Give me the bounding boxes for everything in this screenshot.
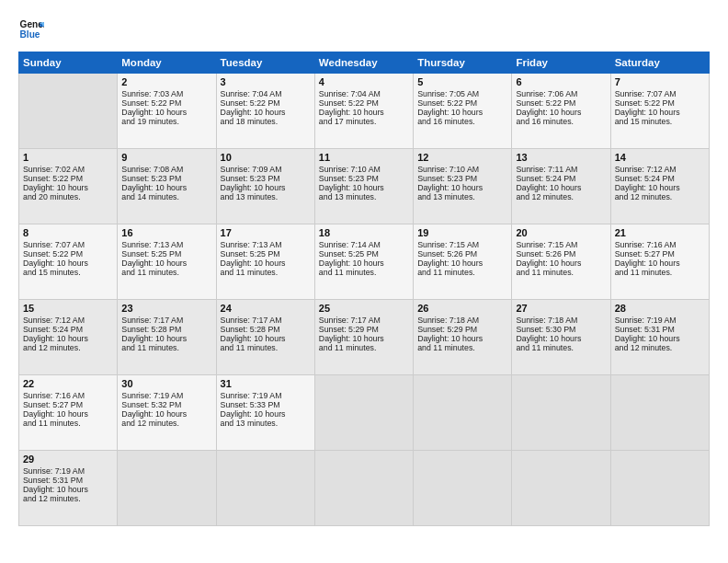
day-number: 7 [615, 76, 705, 87]
calendar-week-row: 15Sunrise: 7:12 AMSunset: 5:24 PMDayligh… [19, 300, 710, 375]
day-number: 26 [417, 303, 507, 314]
header-wednesday: Wednesday [314, 52, 413, 74]
cell-line: Sunrise: 7:14 AM [319, 240, 409, 249]
cell-line: and 11 minutes. [121, 343, 211, 352]
cell-line: Sunrise: 7:06 AM [516, 89, 606, 98]
calendar-cell: 12Sunrise: 7:10 AMSunset: 5:23 PMDayligh… [414, 149, 512, 224]
cell-line: Sunrise: 7:04 AM [319, 89, 409, 98]
cell-line: Sunrise: 7:17 AM [221, 316, 311, 325]
calendar-cell: 1Sunrise: 7:02 AMSunset: 5:22 PMDaylight… [19, 149, 118, 224]
calendar-cell: 16Sunrise: 7:13 AMSunset: 5:25 PMDayligh… [118, 224, 216, 300]
cell-line: and 13 minutes. [221, 192, 311, 201]
day-number: 6 [516, 76, 606, 87]
cell-line: Daylight: 10 hours [23, 485, 113, 494]
calendar-cell: 17Sunrise: 7:13 AMSunset: 5:25 PMDayligh… [216, 224, 314, 300]
cell-line: Sunrise: 7:19 AM [23, 466, 113, 476]
cell-line: and 12 minutes. [615, 192, 705, 201]
header-sunday: Sunday [19, 52, 118, 74]
calendar-header-row: SundayMondayTuesdayWednesdayThursdayFrid… [19, 52, 710, 74]
calendar-cell: 10Sunrise: 7:09 AMSunset: 5:23 PMDayligh… [216, 149, 314, 224]
day-number: 27 [516, 303, 606, 314]
day-number: 16 [121, 227, 211, 238]
cell-line: Daylight: 10 hours [23, 259, 113, 268]
calendar-cell: 18Sunrise: 7:14 AMSunset: 5:25 PMDayligh… [314, 224, 413, 300]
logo-icon: General Blue [18, 17, 44, 42]
header-thursday: Thursday [414, 52, 512, 74]
cell-line: Daylight: 10 hours [319, 259, 409, 268]
calendar-cell: 13Sunrise: 7:11 AMSunset: 5:24 PMDayligh… [512, 149, 610, 224]
cell-line: and 13 minutes. [417, 192, 507, 201]
day-number: 23 [121, 303, 211, 314]
day-number: 25 [319, 303, 409, 314]
calendar-cell: 2Sunrise: 7:03 AMSunset: 5:22 PMDaylight… [118, 74, 216, 149]
cell-line: Daylight: 10 hours [221, 334, 311, 343]
calendar-cell [314, 451, 413, 526]
calendar-cell: 23Sunrise: 7:17 AMSunset: 5:28 PMDayligh… [118, 300, 216, 375]
calendar-cell: 28Sunrise: 7:19 AMSunset: 5:31 PMDayligh… [610, 300, 709, 375]
cell-line: Sunset: 5:22 PM [23, 249, 113, 259]
calendar-week-row: 22Sunrise: 7:16 AMSunset: 5:27 PMDayligh… [19, 375, 710, 451]
cell-line: and 11 minutes. [23, 419, 113, 428]
cell-line: Sunrise: 7:18 AM [417, 316, 507, 325]
cell-line: and 16 minutes. [417, 117, 507, 126]
calendar-cell: 30Sunrise: 7:19 AMSunset: 5:32 PMDayligh… [118, 375, 216, 451]
cell-line: Daylight: 10 hours [121, 259, 211, 268]
cell-line: Daylight: 10 hours [319, 108, 409, 117]
cell-line: Daylight: 10 hours [121, 409, 211, 419]
cell-line: Sunset: 5:29 PM [319, 325, 409, 334]
calendar-cell [610, 451, 709, 526]
cell-line: and 15 minutes. [23, 268, 113, 277]
cell-line: and 16 minutes. [516, 117, 606, 126]
calendar-cell [512, 375, 610, 451]
calendar-cell [610, 375, 709, 451]
calendar-cell: 20Sunrise: 7:15 AMSunset: 5:26 PMDayligh… [512, 224, 610, 300]
cell-line: and 11 minutes. [417, 268, 507, 277]
cell-line: Sunset: 5:32 PM [121, 400, 211, 409]
cell-line: Sunrise: 7:19 AM [615, 316, 705, 325]
calendar-week-row: 2Sunrise: 7:03 AMSunset: 5:22 PMDaylight… [19, 74, 710, 149]
cell-line: and 17 minutes. [319, 117, 409, 126]
cell-line: Sunset: 5:31 PM [615, 325, 705, 334]
day-number: 5 [417, 76, 507, 87]
cell-line: Daylight: 10 hours [615, 334, 705, 343]
cell-line: Sunset: 5:23 PM [319, 174, 409, 183]
cell-line: Sunrise: 7:07 AM [23, 240, 113, 249]
cell-line: Sunrise: 7:08 AM [121, 165, 211, 174]
calendar-cell: 4Sunrise: 7:04 AMSunset: 5:22 PMDaylight… [314, 74, 413, 149]
page: General Blue SundayMondayTuesdayWednesda… [0, 0, 728, 563]
day-number: 18 [319, 227, 409, 238]
cell-line: Daylight: 10 hours [23, 409, 113, 419]
cell-line: Sunset: 5:30 PM [516, 325, 606, 334]
cell-line: Sunrise: 7:10 AM [319, 165, 409, 174]
day-number: 8 [23, 227, 113, 238]
cell-line: Sunrise: 7:10 AM [417, 165, 507, 174]
cell-line: Sunrise: 7:02 AM [23, 165, 113, 174]
calendar-cell: 19Sunrise: 7:15 AMSunset: 5:26 PMDayligh… [414, 224, 512, 300]
day-number: 4 [319, 76, 409, 87]
cell-line: Sunrise: 7:16 AM [615, 240, 705, 249]
cell-line: Daylight: 10 hours [516, 183, 606, 192]
day-number: 3 [221, 76, 311, 87]
day-number: 24 [221, 303, 311, 314]
cell-line: and 11 minutes. [615, 268, 705, 277]
cell-line: Daylight: 10 hours [417, 334, 507, 343]
calendar-cell: 9Sunrise: 7:08 AMSunset: 5:23 PMDaylight… [118, 149, 216, 224]
cell-line: Daylight: 10 hours [121, 183, 211, 192]
calendar-week-row: 1Sunrise: 7:02 AMSunset: 5:22 PMDaylight… [19, 149, 710, 224]
calendar-cell: 31Sunrise: 7:19 AMSunset: 5:33 PMDayligh… [216, 375, 314, 451]
cell-line: Daylight: 10 hours [23, 334, 113, 343]
calendar-table: SundayMondayTuesdayWednesdayThursdayFrid… [18, 52, 710, 526]
day-number: 17 [221, 227, 311, 238]
calendar-cell: 11Sunrise: 7:10 AMSunset: 5:23 PMDayligh… [314, 149, 413, 224]
cell-line: and 11 minutes. [221, 343, 311, 352]
calendar-cell: 24Sunrise: 7:17 AMSunset: 5:28 PMDayligh… [216, 300, 314, 375]
cell-line: Sunrise: 7:15 AM [516, 240, 606, 249]
cell-line: Sunset: 5:28 PM [221, 325, 311, 334]
cell-line: Sunset: 5:22 PM [615, 98, 705, 108]
cell-line: Sunset: 5:24 PM [23, 325, 113, 334]
cell-line: and 18 minutes. [221, 117, 311, 126]
cell-line: Daylight: 10 hours [615, 108, 705, 117]
cell-line: and 12 minutes. [121, 419, 211, 428]
calendar-cell [118, 451, 216, 526]
cell-line: Daylight: 10 hours [221, 409, 311, 419]
